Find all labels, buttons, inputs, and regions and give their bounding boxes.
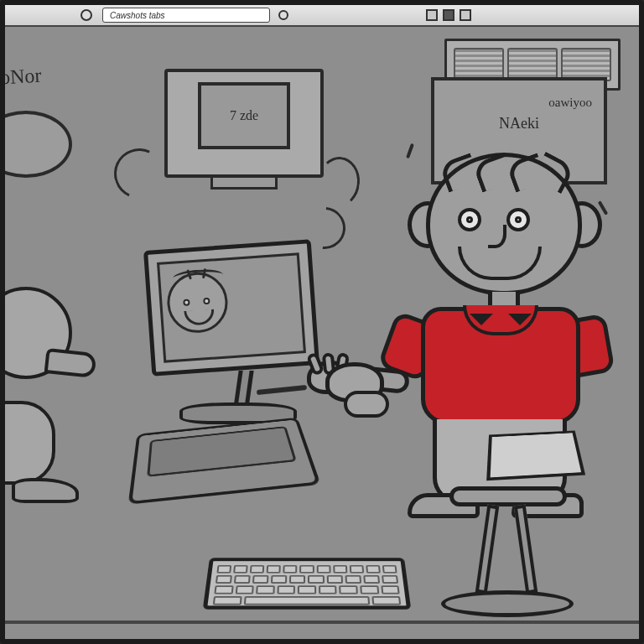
floor-line xyxy=(5,621,639,624)
cloud-puff xyxy=(0,111,72,178)
vent-icon xyxy=(561,48,611,81)
stool xyxy=(441,486,575,621)
search-icon[interactable] xyxy=(278,10,288,20)
illustration-canvas: oNor 7 zde oawiyoo NAeki xyxy=(5,27,639,639)
drawing-tablet xyxy=(128,402,313,512)
minimize-icon[interactable] xyxy=(426,9,438,21)
corner-label: oNor xyxy=(0,65,42,90)
poster-text-line: oawiyoo xyxy=(446,96,592,110)
gesture-hand xyxy=(317,354,409,429)
notepad xyxy=(486,430,585,480)
vent-icon xyxy=(454,48,504,81)
title-field[interactable]: Cawshots tabs xyxy=(102,8,270,23)
sketch-arrow xyxy=(107,142,172,206)
wall-tv: 7 zde xyxy=(164,69,324,195)
screen-face-icon xyxy=(165,270,237,350)
application-window: Cawshots tabs oNor 7 zde xyxy=(0,0,644,644)
poster-text-line: NAeki xyxy=(446,115,592,132)
title-bar: Cawshots tabs xyxy=(5,5,639,27)
maximize-icon[interactable] xyxy=(443,9,454,21)
close-icon[interactable] xyxy=(460,9,471,21)
window-buttons xyxy=(426,9,471,21)
secondary-character xyxy=(0,287,89,538)
window-control-icon[interactable] xyxy=(80,9,92,21)
wall-tv-label: 7 zde xyxy=(230,108,258,123)
vent-icon xyxy=(507,48,558,81)
keyboard xyxy=(203,558,412,609)
